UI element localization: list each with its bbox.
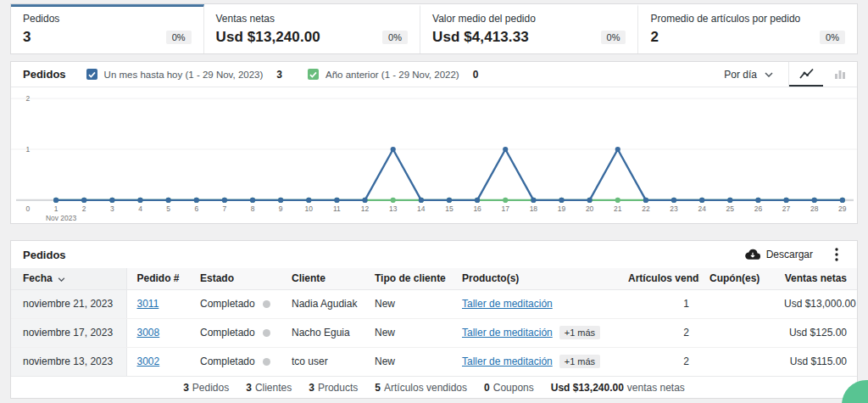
download-label: Descargar [766, 249, 813, 260]
orders-table-panel: Pedidos Descargar Fecha [10, 240, 858, 399]
legend-value: 0 [473, 69, 479, 81]
summary-item: 0Coupons [484, 382, 534, 394]
svg-text:29: 29 [838, 204, 847, 213]
chevron-down-icon [765, 72, 773, 77]
svg-text:17: 17 [502, 204, 510, 213]
summary-item: Usd $13,240.00ventas netas [551, 382, 685, 394]
table-row: noviembre 13, 20233002Completadotco user… [11, 347, 857, 376]
svg-text:9: 9 [279, 204, 283, 213]
stat-value: Usd $13,240.00 [216, 29, 320, 46]
checkbox-previous-period-icon[interactable] [308, 69, 319, 80]
cell-estado: Completado [190, 289, 281, 318]
column-header-ventas-netas: Ventas netas [774, 268, 857, 289]
bar-chart-toggle-button[interactable] [823, 62, 857, 87]
more-products-chip[interactable]: +1 más [559, 326, 600, 339]
stat-label: Promedio de artículos por pedido [650, 13, 844, 25]
svg-text:14: 14 [417, 204, 426, 213]
svg-text:12: 12 [361, 204, 370, 213]
column-header-fecha[interactable]: Fecha [11, 268, 126, 289]
kebab-menu-icon [835, 248, 838, 261]
cell-productos: Taller de meditación [452, 289, 618, 318]
stat-card-pedidos[interactable]: Pedidos 3 0% [11, 4, 204, 53]
column-header-estado: Estado [190, 268, 281, 289]
legend-item-current-period[interactable]: Un mes hasta hoy (1 - 29 Nov, 2023) 3 [86, 69, 282, 81]
download-button[interactable]: Descargar [740, 248, 818, 261]
status-indicator-icon [263, 329, 270, 337]
cell-productos: Taller de meditación+1 más [452, 347, 618, 376]
svg-text:0: 0 [26, 204, 31, 213]
legend-item-previous-period[interactable]: Año anterior (1 - 29 Nov, 2022) 0 [308, 69, 478, 81]
stat-trend-badge: 0% [382, 31, 408, 44]
column-header-cupones: Cupón(es) [699, 268, 774, 289]
svg-text:22: 22 [642, 204, 650, 213]
svg-text:15: 15 [445, 204, 453, 213]
stat-card-ventas-netas[interactable]: Ventas netas Usd $13,240.00 0% [204, 4, 420, 53]
cell-cliente: Nadia Agudiak [281, 289, 364, 318]
svg-text:4: 4 [138, 204, 142, 213]
table-menu-button[interactable] [825, 243, 849, 266]
column-label: Cliente [292, 272, 326, 284]
product-link[interactable]: Taller de meditación [462, 327, 553, 339]
stat-label: Ventas netas [216, 13, 408, 25]
cell-fecha: noviembre 13, 2023 [11, 347, 126, 376]
svg-text:5: 5 [166, 204, 170, 213]
order-number-link[interactable]: 3008 [137, 327, 160, 339]
cloud-download-icon [745, 249, 760, 260]
order-number-link[interactable]: 3002 [137, 355, 160, 367]
cell-articulos-vendidos: 1 [618, 289, 699, 318]
cell-productos: Taller de meditación+1 más [452, 318, 618, 347]
svg-text:7: 7 [223, 204, 227, 213]
cell-pedido: 3008 [126, 318, 190, 347]
svg-text:20: 20 [586, 204, 594, 213]
cell-ventas-netas: Usd $125.00 [774, 318, 857, 347]
column-label: Fecha [23, 272, 53, 284]
cell-cupones [699, 318, 774, 347]
stat-card-valor-medio[interactable]: Valor medio del pedido Usd $4,413.33 0% [420, 4, 638, 53]
svg-text:1: 1 [26, 145, 31, 154]
svg-text:23: 23 [670, 204, 678, 213]
svg-text:13: 13 [389, 204, 398, 213]
order-number-link[interactable]: 3011 [137, 298, 159, 310]
svg-text:24: 24 [698, 204, 706, 213]
product-link[interactable]: Taller de meditación [462, 355, 553, 367]
svg-text:21: 21 [614, 204, 622, 213]
checkbox-current-period-icon[interactable] [86, 69, 97, 80]
svg-text:19: 19 [558, 204, 566, 213]
stats-summary: Pedidos 3 0% Ventas netas Usd $13,240.00… [10, 3, 858, 54]
stat-trend-badge: 0% [601, 31, 626, 44]
table-row: noviembre 17, 20233008CompletadoNacho Eg… [11, 318, 857, 347]
column-label: Producto(s) [462, 272, 519, 284]
table-title: Pedidos [23, 249, 66, 261]
product-link[interactable]: Taller de meditación [462, 298, 553, 310]
cell-estado: Completado [190, 347, 281, 376]
check-icon [88, 71, 96, 78]
line-chart-toggle-button[interactable] [789, 62, 823, 87]
column-label: Tipo de cliente [375, 272, 446, 284]
more-products-chip[interactable]: +1 más [559, 355, 600, 368]
svg-text:3: 3 [110, 204, 114, 213]
legend-label: Año anterior (1 - 29 Nov, 2022) [326, 70, 459, 80]
cell-estado: Completado [190, 318, 281, 347]
status-indicator-icon [263, 358, 270, 366]
interval-select[interactable]: Por día [709, 62, 788, 87]
table-row: noviembre 21, 20233011CompletadoNadia Ag… [11, 289, 857, 318]
stat-card-promedio-articulos[interactable]: Promedio de artículos por pedido 2 0% [638, 4, 856, 53]
table-summary-bar: 3Pedidos 3Clientes 3Products 5Artículos … [11, 376, 857, 398]
line-chart-icon [799, 68, 814, 80]
column-label: Estado [200, 272, 234, 284]
svg-text:8: 8 [251, 204, 255, 213]
bar-chart-icon [834, 68, 846, 80]
summary-item: 3Products [309, 382, 358, 394]
column-header-articulos-vendidos: Artículos vendidos [618, 268, 699, 289]
status-indicator-icon [263, 300, 270, 308]
stat-value: 3 [23, 29, 31, 46]
orders-line-chart: 1201234567891011121314151617181920212223… [11, 87, 857, 225]
check-icon [309, 71, 317, 78]
column-label: Pedido # [137, 272, 180, 284]
chart-title: Pedidos [23, 68, 66, 81]
svg-text:11: 11 [333, 204, 341, 213]
cell-cliente: Nacho Eguia [281, 318, 364, 347]
stat-label: Pedidos [23, 13, 192, 25]
svg-text:18: 18 [530, 204, 538, 213]
column-header-tipo-cliente: Tipo de cliente [364, 268, 452, 289]
